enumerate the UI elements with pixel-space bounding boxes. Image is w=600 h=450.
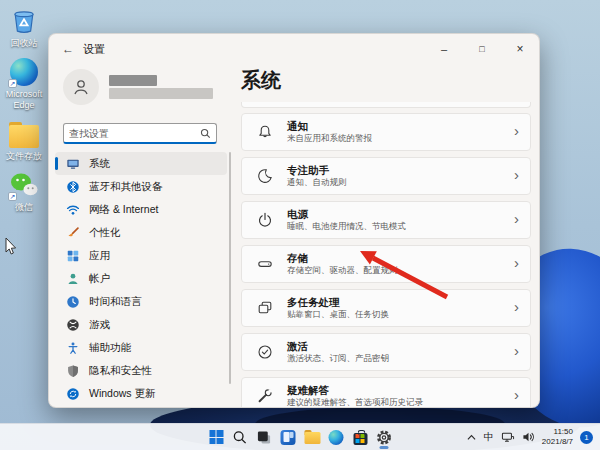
folder-icon bbox=[9, 119, 39, 149]
card-subtitle: 建议的疑难解答、首选项和历史记录 bbox=[287, 397, 423, 408]
chevron-right-icon: › bbox=[514, 298, 519, 315]
sidebar-item-system[interactable]: 系统 bbox=[55, 152, 227, 175]
card-subtitle: 来自应用和系统的警报 bbox=[287, 133, 372, 144]
search-input[interactable] bbox=[69, 128, 200, 139]
wrench-icon bbox=[256, 387, 274, 405]
close-button[interactable]: × bbox=[501, 34, 539, 64]
back-button[interactable]: ← bbox=[53, 42, 83, 56]
settings-window: ← 设置 – □ × bbox=[48, 33, 540, 408]
tray-date: 2021/8/7 bbox=[542, 437, 573, 447]
speaker-icon[interactable] bbox=[522, 431, 535, 443]
shortcut-arrow-icon: ↗ bbox=[8, 192, 17, 201]
card-title: 专注助手 bbox=[287, 164, 347, 177]
desktop-icon-folder[interactable]: 文件存放 bbox=[1, 119, 47, 161]
desktop-icon-label: 回收站 bbox=[11, 38, 38, 48]
settings-taskbar-button[interactable] bbox=[373, 425, 396, 450]
sidebar-item-network-internet[interactable]: 网络 & Internet bbox=[55, 198, 227, 221]
microsoft-store-button[interactable] bbox=[349, 425, 372, 450]
user-profile[interactable] bbox=[63, 69, 213, 105]
checkmark-circle-icon bbox=[256, 343, 274, 361]
notification-badge[interactable]: 1 bbox=[580, 431, 593, 444]
card-activation[interactable]: 激活 激活状态、订阅、产品密钥 › bbox=[241, 333, 531, 371]
card-focus-assist[interactable]: 专注助手 通知、自动规则 › bbox=[241, 157, 531, 195]
card-subtitle: 贴靠窗口、桌面、任务切换 bbox=[287, 309, 389, 320]
chevron-right-icon: › bbox=[514, 342, 519, 359]
card-troubleshoot[interactable]: 疑难解答 建议的疑难解答、首选项和历史记录 › bbox=[241, 377, 531, 408]
search-icon bbox=[200, 128, 211, 139]
sidebar-item-apps[interactable]: 应用 bbox=[55, 244, 227, 267]
desktop-icon-wechat[interactable]: ↗ 微信 bbox=[1, 170, 47, 212]
mouse-cursor bbox=[6, 238, 16, 254]
minimize-button[interactable]: – bbox=[425, 34, 463, 64]
chevron-right-icon: › bbox=[514, 210, 519, 227]
sidebar-item-label: 帐户 bbox=[89, 272, 110, 286]
shortcut-arrow-icon: ↗ bbox=[8, 79, 17, 88]
edge-icon bbox=[329, 430, 344, 445]
taskbar-search-button[interactable] bbox=[229, 425, 252, 450]
sidebar-item-accounts[interactable]: 帐户 bbox=[55, 267, 227, 290]
task-view-button[interactable] bbox=[253, 425, 276, 450]
widgets-button[interactable] bbox=[277, 425, 300, 450]
desktop-icon-recycle-bin[interactable]: 回收站 bbox=[1, 6, 47, 48]
window-titlebar[interactable]: ← 设置 – □ × bbox=[49, 34, 539, 64]
moon-icon bbox=[256, 167, 274, 185]
bluetooth-icon bbox=[66, 180, 80, 194]
sidebar-item-bluetooth-devices[interactable]: 蓝牙和其他设备 bbox=[55, 175, 227, 198]
sidebar-scrollbar[interactable] bbox=[229, 152, 231, 384]
sidebar-item-label: 时间和语言 bbox=[89, 295, 142, 309]
sidebar-item-label: 系统 bbox=[89, 157, 110, 171]
desktop-icon-edge[interactable]: ↗ Microsoft Edge bbox=[1, 57, 47, 110]
card-title: 存储 bbox=[287, 252, 398, 265]
chevron-right-icon: › bbox=[514, 166, 519, 183]
ime-indicator[interactable]: 中 bbox=[484, 430, 494, 444]
chevron-right-icon: › bbox=[514, 122, 519, 139]
person-icon bbox=[66, 272, 80, 286]
windows-logo-icon bbox=[209, 430, 223, 444]
sidebar-item-label: 应用 bbox=[89, 249, 110, 263]
card-power[interactable]: 电源 睡眠、电池使用情况、节电模式 › bbox=[241, 201, 531, 239]
desktop-icon-label: 微信 bbox=[15, 202, 33, 212]
widgets-icon bbox=[281, 430, 296, 445]
sidebar-item-personalization[interactable]: 个性化 bbox=[55, 221, 227, 244]
sidebar-item-label: 游戏 bbox=[89, 318, 110, 332]
card-multitasking[interactable]: 多任务处理 贴靠窗口、桌面、任务切换 › bbox=[241, 289, 531, 327]
card-title: 疑难解答 bbox=[287, 384, 423, 397]
sidebar-item-accessibility[interactable]: 辅助功能 bbox=[55, 336, 227, 359]
bell-icon bbox=[256, 123, 274, 141]
sidebar-item-time-language[interactable]: 时间和语言 bbox=[55, 290, 227, 313]
accessibility-person-icon bbox=[66, 341, 80, 355]
sidebar-item-label: Windows 更新 bbox=[89, 387, 156, 401]
show-hidden-icons-chevron[interactable] bbox=[466, 433, 477, 442]
settings-sidebar: 系统 蓝牙和其他设备 网络 & Internet 个性化 bbox=[49, 64, 235, 408]
edge-icon: ↗ bbox=[9, 57, 39, 87]
edge-button[interactable] bbox=[325, 425, 348, 450]
clock[interactable]: 11:50 2021/8/7 bbox=[542, 427, 573, 447]
power-icon bbox=[256, 211, 274, 229]
card-title: 通知 bbox=[287, 120, 372, 133]
recycle-bin-icon bbox=[9, 6, 39, 36]
sidebar-item-label: 蓝牙和其他设备 bbox=[89, 180, 163, 194]
gear-icon bbox=[376, 429, 393, 446]
store-icon bbox=[353, 433, 367, 445]
sidebar-item-gaming[interactable]: 游戏 bbox=[55, 313, 227, 336]
card-title: 电源 bbox=[287, 208, 406, 221]
start-button[interactable] bbox=[205, 425, 228, 450]
file-explorer-button[interactable] bbox=[301, 425, 324, 450]
xbox-icon bbox=[66, 318, 80, 332]
card-notifications[interactable]: 通知 来自应用和系统的警报 › bbox=[241, 113, 531, 151]
sidebar-nav: 系统 蓝牙和其他设备 网络 & Internet 个性化 bbox=[55, 152, 227, 405]
card-storage[interactable]: 存储 存储空间、驱动器、配置规则 › bbox=[241, 245, 531, 283]
file-explorer-icon bbox=[304, 432, 320, 444]
network-icon[interactable] bbox=[501, 431, 515, 443]
clock-icon bbox=[66, 295, 80, 309]
scrolled-card-edge bbox=[241, 102, 531, 108]
sidebar-item-windows-update[interactable]: Windows 更新 bbox=[55, 382, 227, 405]
maximize-button[interactable]: □ bbox=[463, 34, 501, 64]
wifi-icon bbox=[66, 203, 80, 217]
user-name-redacted bbox=[109, 75, 213, 99]
page-title: 系统 bbox=[241, 67, 540, 94]
card-subtitle: 激活状态、订阅、产品密钥 bbox=[287, 353, 389, 364]
sidebar-item-privacy-security[interactable]: 隐私和安全性 bbox=[55, 359, 227, 382]
card-subtitle: 睡眠、电池使用情况、节电模式 bbox=[287, 221, 406, 232]
sidebar-item-label: 网络 & Internet bbox=[89, 203, 158, 217]
